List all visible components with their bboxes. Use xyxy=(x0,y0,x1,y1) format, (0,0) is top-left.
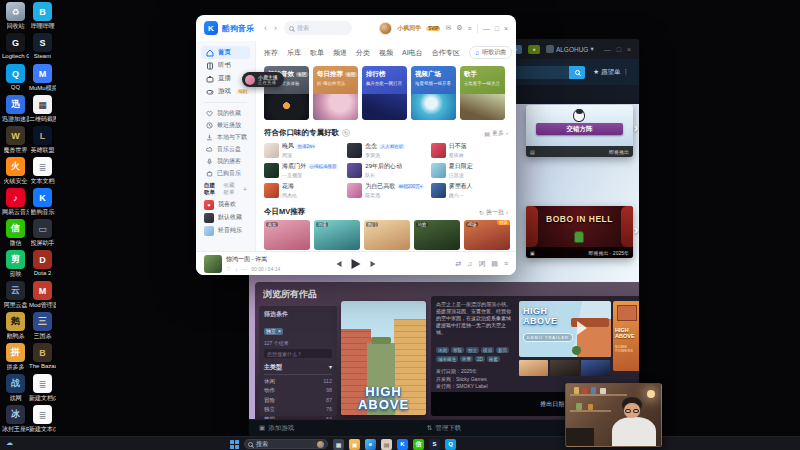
sound-effect-icon[interactable]: ♫ xyxy=(467,260,472,267)
song-item[interactable]: 花海 周杰伦 xyxy=(264,181,341,199)
mv-thumb[interactable]: 现场 独家 xyxy=(464,220,510,250)
game-tag[interactable]: 模拟 xyxy=(481,347,494,353)
filter-chip[interactable]: 独立 × xyxy=(264,328,283,335)
game-tag[interactable]: 休闲 xyxy=(436,347,449,353)
lyrics-icon[interactable]: 词 xyxy=(478,259,485,269)
play-icon[interactable] xyxy=(352,259,361,269)
content-tab[interactable]: 歌单 xyxy=(310,48,324,58)
sidebar-item-home[interactable]: 首页 xyxy=(201,46,250,59)
sidebar-item-favorites[interactable]: 我的收藏 xyxy=(196,107,255,119)
mv-thumb[interactable]: 美女 xyxy=(264,220,310,250)
wishlist-link[interactable]: ★ 愿望单 ⋮ xyxy=(593,68,629,77)
sidebar-item-cloud[interactable]: 音乐云盘 xyxy=(196,143,255,155)
download-icon[interactable]: ↓ xyxy=(235,266,238,272)
search-button[interactable] xyxy=(569,66,585,79)
song-item[interactable]: 日不落 蔡依林 xyxy=(431,141,508,159)
desktop-icon[interactable]: D Dota 2 xyxy=(29,250,56,281)
like-icon[interactable]: ♡ xyxy=(226,266,231,272)
mv-refresh-link[interactable]: ↻ 换一批 › xyxy=(479,208,508,217)
steam-account-menu[interactable]: ALGOHUG ▾ xyxy=(546,45,594,53)
song-item[interactable]: 为自己高歌 畅销200万+ 陈奕迅 xyxy=(347,181,424,199)
game-tag[interactable]: 城市建造 xyxy=(436,356,458,362)
song-item[interactable]: 雾里看人 姚六一 xyxy=(431,181,508,199)
forward-icon[interactable]: › xyxy=(274,23,277,33)
desktop-icon[interactable]: Q QQ xyxy=(2,64,29,95)
feature-card[interactable]: 视频广场 海量视频一键开看 xyxy=(411,66,456,120)
game-tag[interactable]: 放置 xyxy=(460,356,473,362)
desktop-icon[interactable]: 剪 剪映 xyxy=(2,250,29,281)
song-item[interactable]: 夏日限定 汪苏泷 xyxy=(431,161,508,179)
start-button[interactable] xyxy=(230,440,239,449)
maximize-icon[interactable]: □ xyxy=(495,25,499,32)
desktop-icon[interactable]: 冰 冰封王座RPG xyxy=(2,405,29,436)
content-tab[interactable]: 视频 xyxy=(379,48,393,58)
desktop-icon[interactable]: G Logitech G HUB xyxy=(2,33,29,64)
desktop-icon[interactable]: ♪ 网易云音乐 xyxy=(2,188,29,219)
side-capsule[interactable]: HIGH ABOVE SOME TOWERS xyxy=(613,301,639,371)
mv-thumb[interactable]: 热门 xyxy=(364,220,410,250)
widgets-icon[interactable]: ☁ xyxy=(6,439,13,447)
play-mode-icon[interactable]: ⇄ xyxy=(455,260,461,268)
settings-icon[interactable]: ⚙ xyxy=(456,24,462,32)
playlist-item[interactable]: 轻音纯乐 xyxy=(196,224,255,237)
sidebar-item-game[interactable]: 游戏 福利 xyxy=(201,85,250,98)
username[interactable]: 小枫同学 xyxy=(397,24,421,33)
game-tag[interactable]: 冒险 xyxy=(451,347,464,353)
carousel-next-icon[interactable]: › xyxy=(634,121,638,135)
next-icon[interactable] xyxy=(371,261,376,267)
taskbar-app-icon[interactable]: S xyxy=(429,439,440,450)
notification-icon[interactable]: ● xyxy=(528,45,540,54)
more-icon[interactable]: ⋯ xyxy=(242,266,248,272)
desktop-icon[interactable]: 火 火绒安全 xyxy=(2,157,29,188)
previous-icon[interactable] xyxy=(337,261,342,267)
genre-row[interactable]: 休闲 112 xyxy=(264,378,332,385)
desktop-icon[interactable]: M MuMu模拟器 xyxy=(29,64,56,95)
desktop-icon[interactable]: 云 阿里云盘 xyxy=(2,281,29,312)
close-icon[interactable]: × xyxy=(504,25,508,32)
feature-card[interactable]: 排行榜 飙升热歌一网打尽 xyxy=(362,66,407,120)
tab-fav-playlists[interactable]: 收藏歌单 xyxy=(223,182,238,196)
desktop-icon[interactable]: 拼 拼多多 xyxy=(2,343,29,374)
sidebar-item-podcast[interactable]: 我的播客 xyxy=(196,155,255,167)
desktop-icon[interactable]: ≣ 新建文档(2) xyxy=(29,374,56,405)
trailer-video[interactable]: HIGH ABOVE DEMO TRAILER xyxy=(519,301,611,357)
screenshot-thumb[interactable] xyxy=(550,360,579,376)
game-banner-1[interactable]: 交错方阵 ▤ 即将推出 xyxy=(526,105,633,157)
playlist-item[interactable]: ♥ 我喜欢 xyxy=(196,198,255,211)
back-icon[interactable]: ‹ xyxy=(264,23,267,33)
now-playing-cover[interactable] xyxy=(204,255,222,273)
game-capsule-main[interactable]: HIGH ABOVE xyxy=(341,301,426,415)
minimize-icon[interactable]: — xyxy=(483,25,490,32)
game-tag[interactable]: 像素 xyxy=(487,356,500,362)
content-tab[interactable]: AI电台 xyxy=(402,48,423,58)
content-tab[interactable]: 乐库 xyxy=(287,48,301,58)
desktop-icon[interactable]: M Mod管理器 xyxy=(29,281,56,312)
play-icon[interactable] xyxy=(577,321,587,335)
desktop-icon[interactable]: L 英雄联盟 xyxy=(29,126,56,157)
songs-more-link[interactable]: ▤ 更多 › xyxy=(484,129,508,138)
add-playlist-icon[interactable]: + xyxy=(243,186,247,193)
taskbar-app-icon[interactable]: ▦ xyxy=(333,439,344,450)
taskbar-app-icon[interactable]: ▣ xyxy=(349,439,360,450)
refresh-icon[interactable]: ↻ xyxy=(342,129,350,137)
sidebar-item-audiobook[interactable]: 听书 xyxy=(201,59,250,72)
message-icon[interactable]: ✉ xyxy=(445,24,451,32)
remove-filter-icon[interactable]: × xyxy=(278,328,281,334)
screenshot-thumb[interactable] xyxy=(581,360,610,376)
feature-card[interactable]: 歌手 云集歌手一键关注 xyxy=(460,66,505,120)
taskbar-app-icon[interactable]: 信 xyxy=(413,439,424,450)
song-item[interactable]: 念念 人人都在听 李荣浩 xyxy=(347,141,424,159)
taskbar-app-icon[interactable]: ▤ xyxy=(381,439,392,450)
genre-row[interactable]: 冒险 87 xyxy=(264,397,332,404)
sidebar-item-purchased[interactable]: 已购音乐 xyxy=(196,167,255,179)
filter-group-header[interactable]: 主类型 ▾ xyxy=(264,363,332,375)
desktop-icon[interactable]: S Steam xyxy=(29,33,56,64)
song-item[interactable]: 晚风 热播2w+ 周深 xyxy=(264,141,341,159)
manage-downloads-button[interactable]: ⇅ 管理下载 xyxy=(427,424,461,433)
genre-row[interactable]: 独立 76 xyxy=(264,406,332,413)
game-banner-2[interactable]: BOBO IN HELL ▣ 即将推出 · 2025年 xyxy=(526,206,633,258)
desktop-icon[interactable]: ▦ 二维码截图 xyxy=(29,95,56,126)
desktop-icon[interactable]: 迅 迅游加速器 xyxy=(2,95,29,126)
desktop-icon[interactable]: 三 三国杀 xyxy=(29,312,56,343)
song-recognize-button[interactable]: ♫ 听歌识曲 xyxy=(469,46,513,59)
